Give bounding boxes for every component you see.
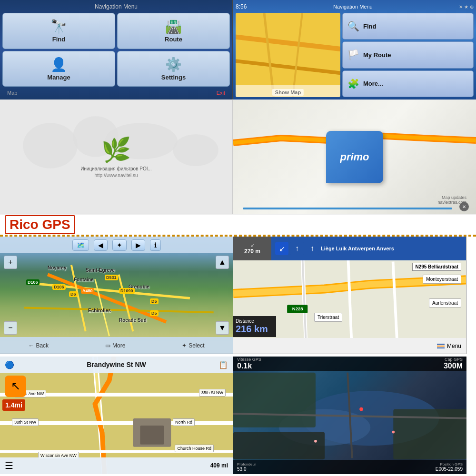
street-header: 🔵 Brandywine St NW 📋: [0, 357, 233, 373]
exit-btn[interactable]: Exit: [217, 90, 225, 96]
turn-arrow-up1: ↑: [290, 242, 304, 255]
svg-line-14: [24, 307, 213, 312]
nav-menu-right-title: Navigation Menu: [333, 4, 373, 10]
route-label: Route: [165, 36, 182, 43]
turn-roads: ↙ ↑ ↑ Liège Luik Antwerpen Anvers: [271, 237, 466, 260]
settings-label: Settings: [161, 74, 186, 81]
nav-menu-right: 8:56 Navigation Menu ✕ ★ ⊕ Show Map: [233, 0, 476, 99]
road-d5-1: D5: [150, 298, 159, 304]
road-d531: D531: [105, 275, 118, 280]
navitel-icon: 🌿: [101, 136, 131, 164]
more-label: More...: [363, 80, 383, 87]
profondeur-display: Profondeur 53.0: [237, 462, 256, 472]
nav-cell-find[interactable]: 🔭 Find: [2, 13, 115, 49]
city-fontaine: Fontaine: [74, 277, 94, 282]
map-btn[interactable]: Map: [7, 90, 17, 96]
city-noyarey: Noyarey: [48, 265, 66, 270]
city-rocade: Rocade Sud: [119, 317, 147, 323]
panel-3d-map: 🗺️ ◀ ✦ ▶ ℹ + − ▲ ▼ Noyarey Saint-Egreve …: [0, 237, 233, 354]
tilt-down-btn[interactable]: ▼: [216, 321, 229, 335]
find-icon: 🔭: [50, 19, 67, 34]
vitesse-display: Vitesse GPS 0.1k: [237, 357, 261, 370]
panel2-bottom-bar: Menu: [233, 338, 466, 354]
panel-satellite: Vitesse GPS 0.1k Cap GPS 300M Profondeur…: [233, 357, 466, 474]
turn-road-name: Liège Luik Antwerpen Anvers: [321, 246, 394, 251]
right-btn[interactable]: ▶: [131, 239, 145, 251]
profondeur-label: Profondeur: [237, 462, 256, 466]
nav-cell-route[interactable]: 🛣️ Route: [117, 13, 230, 49]
nav-cell-settings[interactable]: ⚙️ Settings: [117, 51, 230, 87]
route-icon: 🛣️: [165, 19, 182, 34]
tilt-up-btn[interactable]: ▲: [216, 256, 229, 269]
turn-distance: ↙ 270 m: [233, 237, 271, 260]
panel1-bottom-bar: ← Back ▭ More ✦ Select: [0, 337, 233, 354]
find-label: Find: [52, 36, 65, 43]
right-menu-buttons: 🔍 Find 🏳️ My Route 🧩 More...: [342, 13, 474, 97]
rico-gps-label: Rico GPS: [5, 215, 75, 234]
cap-value: 300M: [444, 362, 463, 370]
turn-dist-value: 270 m: [244, 248, 260, 255]
distance-value: 216 km: [236, 324, 274, 335]
panel1-toolbar: 🗺️ ◀ ✦ ▶ ℹ: [0, 237, 233, 253]
svg-line-13: [71, 265, 86, 331]
show-map-label[interactable]: Show Map: [272, 89, 304, 96]
position-value: E005-22.059: [436, 466, 463, 472]
map-icon-btn[interactable]: 🗺️: [72, 239, 89, 251]
position-display: Position GPS E005-22.059: [436, 462, 463, 472]
panel-street-nav: 🔵 Brandywine St NW 📋 ↖ 1.4mi Idaho Ave N…: [0, 357, 233, 474]
road-d1090: D1090: [119, 288, 135, 294]
position-label: Position GPS: [440, 462, 463, 466]
turn-arrow-left: ↙: [275, 242, 288, 255]
zoom-in-btn[interactable]: +: [4, 256, 17, 269]
bookmark-icon[interactable]: 📋: [218, 360, 228, 369]
select-btn[interactable]: ✦ Select: [182, 342, 204, 349]
38th-st-label: 38th St NW: [12, 418, 39, 426]
info-btn[interactable]: ℹ: [150, 239, 161, 251]
montoyerstraat-label[interactable]: Montoyerstraat: [423, 275, 461, 284]
menu-label: Menu: [447, 343, 461, 349]
menu-button[interactable]: Menu: [437, 343, 461, 349]
svg-line-12: [48, 275, 166, 322]
primo-progress-bar: [243, 208, 452, 209]
primo-close-btn[interactable]: ✕: [459, 202, 469, 211]
bottom-row: 🗺️ ◀ ✦ ▶ ℹ + − ▲ ▼ Noyarey Saint-Egreve …: [0, 236, 476, 476]
map-thumbnail[interactable]: Show Map: [236, 13, 340, 97]
time-display: 8:56: [236, 3, 247, 10]
trierstraat-label[interactable]: Trierstraat: [314, 313, 342, 322]
vitesse-label: Vitesse GPS: [237, 357, 261, 362]
distance-panel: Distance 216 km: [233, 316, 276, 337]
left-btn[interactable]: ◀: [94, 239, 108, 251]
city-saint-egreve: Saint-Egreve: [86, 268, 115, 273]
zoom-out-btn[interactable]: −: [4, 321, 17, 335]
church-house-label: Church House Rd: [175, 445, 214, 452]
find-btn[interactable]: 🔍 Find: [342, 13, 474, 40]
profondeur-value: 53.0: [237, 466, 256, 472]
status-icons: ✕ ★ ⊕: [459, 4, 474, 10]
north-rd-label: North Rd: [173, 418, 195, 426]
aarlenstraat-label[interactable]: Aarlenstraat: [429, 298, 461, 307]
top-row: Navigation Menu 🔭 Find 🛣️ Route 👤 Manage…: [0, 0, 476, 100]
street-name-main: Brandywine St NW: [14, 361, 218, 368]
middle-row: 🌿 Инициализация фильтров POI... http://w…: [0, 100, 476, 214]
manage-icon: 👤: [50, 57, 67, 72]
svg-text:N228: N228: [292, 306, 304, 311]
my-route-label: My Route: [363, 51, 391, 59]
svg-point-41: [314, 439, 317, 442]
my-route-btn[interactable]: 🏳️ My Route: [342, 41, 474, 68]
road-a480: A480: [81, 288, 94, 294]
more-btn[interactable]: 🧩 More...: [342, 70, 474, 97]
navitel-logo: 🌿 Инициализация фильтров POI... http://w…: [80, 136, 152, 178]
turn-road-top: ↙ ↑ ↑ Liège Luik Antwerpen Anvers: [271, 237, 466, 260]
svg-rect-24: [0, 357, 233, 474]
nav-cell-manage[interactable]: 👤 Manage: [2, 51, 115, 87]
more-map-btn[interactable]: ▭ More: [105, 342, 125, 349]
back-btn[interactable]: ← Back: [28, 342, 49, 349]
svg-point-6: [23, 123, 78, 169]
svg-rect-5: [236, 85, 340, 97]
compass-btn[interactable]: ✦: [112, 239, 127, 251]
primo-logo-box: primo: [326, 131, 383, 183]
cap-label: Cap GPS: [445, 357, 463, 362]
road-d5-2: D5: [150, 310, 159, 316]
road-d6: D6: [69, 291, 78, 297]
menu-icon[interactable]: ☰: [5, 460, 13, 471]
